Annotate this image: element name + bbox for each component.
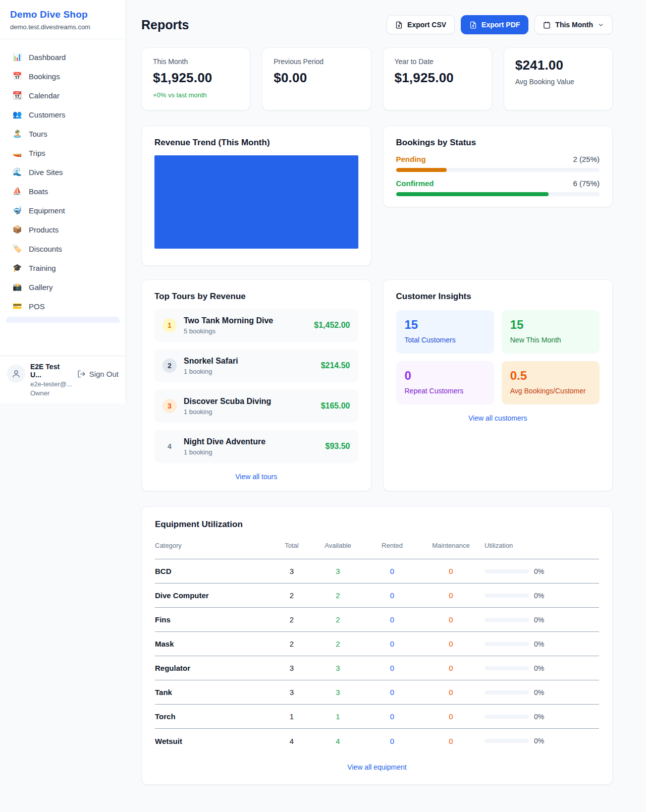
- tile-value: 15: [510, 318, 591, 332]
- status-value-pending: 2 (25%): [573, 155, 600, 163]
- user-info: E2E Test U... e2e-tester@... Owner: [30, 363, 72, 397]
- status-value-confirmed: 6 (75%): [573, 179, 600, 188]
- period-label: This Month: [555, 21, 593, 29]
- utilization-percent: 0%: [534, 664, 544, 672]
- stat-value: $241.00: [515, 57, 601, 73]
- sidebar-item-gallery[interactable]: 📸 Gallery: [6, 277, 120, 297]
- cell-total: 2: [273, 615, 311, 624]
- equipment-utilization-card: Equipment Utilization Category Total Ava…: [141, 506, 613, 785]
- column-header-available: Available: [311, 542, 365, 556]
- sidebar-item-calendar[interactable]: 📆 Calendar: [6, 86, 120, 105]
- sidebar-item-trips[interactable]: 🚤 Trips: [6, 143, 120, 162]
- period-select[interactable]: This Month: [534, 15, 613, 34]
- bookings-by-status-card: Bookings by Status Pending 2 (25%) Confi…: [383, 126, 613, 207]
- sign-out-button[interactable]: Sign Out: [77, 370, 119, 378]
- sidebar-item-boats[interactable]: ⛵ Boats: [6, 182, 120, 201]
- utilization-percent: 0%: [534, 688, 544, 697]
- stat-value: $1,925.00: [395, 70, 480, 86]
- cell-rented: 0: [365, 737, 419, 745]
- insight-tiles: 15 Total Customers 15 New This Month 0 R…: [396, 310, 600, 404]
- sidebar-item-bookings[interactable]: 📅 Bookings: [6, 67, 120, 86]
- stat-value: $1,925.00: [153, 70, 239, 86]
- cell-available: 4: [311, 737, 365, 745]
- island-icon: 🏝️: [12, 129, 22, 138]
- dashboard-icon: 📊: [12, 52, 22, 62]
- tour-bookings: 1 booking: [184, 408, 271, 416]
- cell-utilization: 0%: [482, 640, 599, 648]
- bookings-by-status-title: Bookings by Status: [396, 138, 600, 148]
- tile-new-this-month: 15 New This Month: [502, 310, 600, 354]
- utilization-percent: 0%: [534, 592, 544, 600]
- sidebar-item-label: Tours: [29, 130, 47, 138]
- insights-row: Top Tours by Revenue 1 Two Tank Morning …: [141, 279, 613, 491]
- sidebar-item-tours[interactable]: 🏝️ Tours: [6, 124, 120, 143]
- sidebar-item-training[interactable]: 🎓 Training: [6, 258, 120, 277]
- stat-label: Year to Date: [395, 57, 480, 66]
- document-icon: [469, 21, 477, 29]
- export-pdf-button[interactable]: Export PDF: [461, 15, 528, 34]
- utilization-percent: 0%: [534, 640, 544, 648]
- export-pdf-label: Export PDF: [481, 21, 520, 29]
- tile-label: Repeat Customers: [405, 387, 486, 395]
- sidebar-item-products[interactable]: 📦 Products: [6, 220, 120, 239]
- sidebar-item-dive-sites[interactable]: 🌊 Dive Sites: [6, 162, 120, 182]
- cell-maintenance: 0: [419, 640, 482, 648]
- sidebar-item-label: Dashboard: [29, 53, 66, 62]
- sidebar-item-equipment[interactable]: 🤿 Equipment: [6, 201, 120, 220]
- sidebar-item-dashboard[interactable]: 📊 Dashboard: [6, 47, 120, 67]
- sidebar-item-label: Calendar: [29, 91, 60, 100]
- cell-available: 3: [311, 688, 365, 697]
- export-csv-button[interactable]: Export CSV: [387, 15, 455, 34]
- calendar-icon: 📆: [12, 91, 22, 100]
- sidebar-item-reports[interactable]: [6, 317, 120, 323]
- cell-total: 3: [273, 664, 311, 672]
- tag-icon: 🏷️: [12, 244, 22, 253]
- column-header-maintenance: Maintenance: [419, 542, 482, 556]
- sidebar-item-customers[interactable]: 👥 Customers: [6, 105, 120, 124]
- cell-rented: 0: [365, 640, 419, 648]
- user-name: E2E Test U...: [30, 363, 72, 379]
- view-all-tours-link[interactable]: View all tours: [154, 473, 358, 481]
- tour-row: 4 Night Dive Adventure 1 booking $93.50: [154, 430, 358, 463]
- stat-card-previous-period: Previous Period $0.00: [262, 47, 371, 110]
- cell-utilization: 0%: [482, 664, 599, 672]
- tour-info: Two Tank Morning Dive 5 bookings: [184, 316, 273, 335]
- sidebar-item-discounts[interactable]: 🏷️ Discounts: [6, 239, 120, 258]
- utilization-percent: 0%: [534, 737, 544, 745]
- sidebar-item-label: Bookings: [29, 72, 60, 81]
- sidebar-item-pos[interactable]: 💳 POS: [6, 297, 120, 316]
- cell-utilization: 0%: [482, 713, 599, 721]
- rank-badge: 3: [163, 399, 177, 413]
- customer-insights-title: Customer Insights: [396, 292, 600, 302]
- tile-label: Avg Bookings/Customer: [510, 387, 591, 395]
- sidebar-header: Demo Dive Shop demo.test.divestreams.com: [0, 0, 126, 39]
- table-row: Wetsuit 4 4 0 0 0%: [155, 729, 599, 753]
- status-label-confirmed: Confirmed: [396, 179, 434, 188]
- tile-total-customers: 15 Total Customers: [396, 310, 494, 354]
- stat-card-year-to-date: Year to Date $1,925.00: [383, 47, 492, 110]
- cell-available: 2: [311, 591, 365, 600]
- sidebar-item-label: Training: [29, 264, 56, 272]
- cell-total: 4: [273, 737, 311, 745]
- stat-label: Previous Period: [274, 57, 359, 66]
- cell-maintenance: 0: [419, 567, 482, 575]
- sidebar-item-label: POS: [29, 302, 45, 311]
- tile-value: 0.5: [510, 369, 591, 383]
- sidebar-item-label: Dive Sites: [29, 168, 63, 177]
- cell-utilization: 0%: [482, 737, 599, 745]
- sidebar-item-label: Customers: [29, 110, 66, 119]
- cell-maintenance: 0: [419, 688, 482, 697]
- speedboat-icon: 🚤: [12, 148, 22, 157]
- header-actions: Export CSV Export PDF This Month: [387, 15, 613, 34]
- view-all-customers-link[interactable]: View all customers: [396, 414, 600, 422]
- user-email: e2e-tester@...: [30, 380, 72, 388]
- sidebar-item-label: Trips: [29, 149, 45, 157]
- cell-available: 2: [311, 640, 365, 648]
- view-all-equipment-link[interactable]: View all equipment: [155, 763, 599, 771]
- camera-icon: 📸: [12, 282, 22, 292]
- cell-maintenance: 0: [419, 712, 482, 721]
- status-label-pending: Pending: [396, 155, 426, 163]
- sidebar-item-label: Gallery: [29, 283, 53, 292]
- column-header-total: Total: [273, 542, 311, 556]
- status-bar-track: [396, 168, 600, 172]
